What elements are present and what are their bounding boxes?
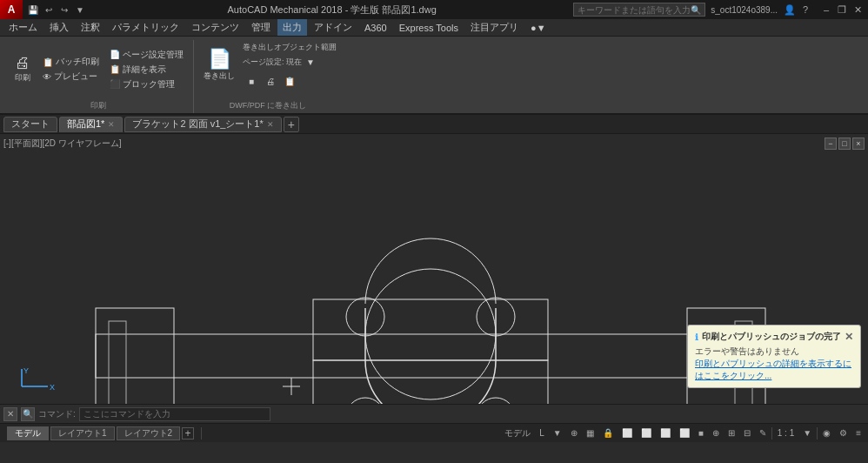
- document-tabs: スタート 部品図1* ✕ ブラケット2 図面 v1_シート1* ✕ +: [0, 115, 868, 134]
- restore-button[interactable]: ❐: [835, 3, 849, 17]
- status-dtrack[interactable]: ⬜: [676, 428, 693, 438]
- batch-print-button[interactable]: 📋 バッチ印刷: [38, 55, 103, 69]
- cmd-search-btn[interactable]: 🔍: [21, 407, 35, 421]
- app-title: AutoCAD Mechanical 2018 - 学生版 部品図1.dwg: [90, 3, 573, 17]
- page-setup-buttons: 📄 ページ設定管理 📋 詳細を表示 ⬛ ブロック管理: [105, 48, 188, 91]
- layout-tab-layout2[interactable]: レイアウト2: [117, 426, 181, 440]
- status-scale[interactable]: 1 : 1: [774, 428, 798, 438]
- block-icon: ⬛: [110, 79, 120, 89]
- print-group-label: 印刷: [9, 98, 188, 113]
- svg-text:X: X: [50, 383, 55, 392]
- title-bar-right: 🔍 s_oct1024o389... 👤 ? – ❐ ✕: [573, 3, 868, 17]
- status-crosshair[interactable]: ⊕: [567, 428, 581, 438]
- signin-icon[interactable]: 👤: [783, 3, 797, 17]
- preview-icon: 👁: [43, 72, 51, 82]
- doc-tab-buzuzu1[interactable]: 部品図1* ✕: [59, 117, 123, 132]
- menu-express-tools[interactable]: Express Tools: [394, 21, 464, 35]
- status-workspace[interactable]: ◉: [819, 428, 834, 438]
- pdf-icon: 📄: [208, 50, 231, 69]
- status-selection[interactable]: ⊞: [724, 428, 738, 438]
- export-action-buttons: ■ 🖨 📋: [243, 72, 337, 90]
- menu-manage[interactable]: 管理: [246, 19, 276, 36]
- cmd-close-btn[interactable]: ✕: [3, 407, 17, 421]
- qat-down[interactable]: ▼: [73, 3, 87, 17]
- print-button[interactable]: 🖨 印刷: [9, 47, 37, 92]
- menu-parametric[interactable]: パラメトリック: [107, 19, 184, 36]
- print-icon: 🖨: [15, 55, 30, 70]
- export-buttons: 📄 巻き出し 巻き出しオブジェクト範囲 ページ設定: 現在 ▼ ■ 🖨 📋: [199, 40, 337, 98]
- show-details-button[interactable]: 📋 詳細を表示: [105, 63, 188, 77]
- notification-link[interactable]: 印刷とパブリッシュの詳細を表示するにはここをクリック...: [695, 358, 853, 382]
- menu-extra[interactable]: ●▼: [525, 21, 551, 35]
- layout-tab-model[interactable]: モデル: [7, 426, 49, 440]
- svg-text:Y: Y: [23, 366, 29, 375]
- page-setup-current-label: ページ設定: 現在: [243, 57, 302, 68]
- print-buttons: 🖨 印刷 📋 バッチ印刷 👁 プレビュー 📄: [9, 40, 188, 98]
- export-small-btn3[interactable]: 📋: [281, 72, 298, 90]
- status-transparency[interactable]: ⊕: [709, 428, 723, 438]
- doc-tab-bracket2[interactable]: ブラケット2 図面 v1_シート1* ✕: [124, 117, 281, 132]
- quick-access-toolbar: 💾 ↩ ↪ ▼: [23, 0, 90, 19]
- dwf-group-label: DWF/PDF に巻き出し: [199, 98, 337, 113]
- page-setup-dropdown[interactable]: ▼: [304, 55, 317, 69]
- ribbon-group-print: 🖨 印刷 📋 バッチ印刷 👁 プレビュー 📄: [3, 40, 194, 113]
- command-input[interactable]: [79, 407, 270, 421]
- doc-tab-close-1[interactable]: ✕: [108, 120, 115, 129]
- pdf-export-button[interactable]: 📄 巻き出し: [199, 44, 239, 89]
- status-grid[interactable]: ▦: [583, 428, 598, 438]
- menu-output[interactable]: 出力: [277, 19, 307, 36]
- minimize-button[interactable]: –: [819, 3, 833, 17]
- preview-button[interactable]: 👁 プレビュー: [38, 70, 103, 84]
- status-annoscale[interactable]: ⊟: [740, 428, 754, 438]
- new-layout-button[interactable]: +: [182, 427, 194, 440]
- viewport-label: [-][平面図][2D ワイヤフレーム]: [3, 138, 122, 150]
- status-snap[interactable]: 🔒: [599, 428, 617, 438]
- help-icon[interactable]: ?: [798, 3, 812, 17]
- command-label: コマンド:: [38, 408, 76, 420]
- top-search-box[interactable]: 🔍: [573, 3, 705, 17]
- menu-a360[interactable]: A360: [359, 21, 392, 35]
- status-menu[interactable]: ≡: [852, 428, 865, 438]
- layout-tab-layout1[interactable]: レイアウト1: [50, 426, 115, 440]
- viewport-close[interactable]: ×: [852, 138, 865, 150]
- top-search-input[interactable]: [578, 5, 691, 15]
- page-setup-mgr-button[interactable]: 📄 ページ設定管理: [105, 48, 188, 62]
- export-small-btn1[interactable]: ■: [243, 72, 260, 90]
- status-scale-dropdown[interactable]: ▼: [799, 428, 815, 438]
- doc-tab-start[interactable]: スタート: [3, 117, 57, 132]
- status-isnap[interactable]: ⬜: [657, 428, 674, 438]
- qat-redo[interactable]: ↪: [57, 3, 71, 17]
- status-annotate[interactable]: ✎: [756, 428, 770, 438]
- ribbon-content: 🖨 印刷 📋 バッチ印刷 👁 プレビュー 📄: [0, 37, 868, 113]
- qat-undo[interactable]: ↩: [42, 3, 56, 17]
- status-ortho[interactable]: ⬜: [618, 428, 636, 438]
- user-name: s_oct1024o389...: [707, 5, 781, 15]
- menu-spotlight-apps[interactable]: 注目アプリ: [465, 19, 524, 36]
- status-settings[interactable]: ⚙: [836, 428, 851, 438]
- new-tab-button[interactable]: +: [284, 117, 299, 132]
- menu-content[interactable]: コンテンツ: [186, 19, 244, 36]
- viewport-minimize[interactable]: −: [825, 138, 837, 150]
- status-dropdown[interactable]: ▼: [550, 428, 565, 438]
- layout-tabs: モデル レイアウト1 レイアウト2 +: [3, 426, 197, 440]
- menu-annotation[interactable]: 注釈: [76, 19, 105, 36]
- close-button[interactable]: ✕: [851, 3, 865, 17]
- doc-tab-close-2[interactable]: ✕: [267, 120, 274, 129]
- notification-title: 印刷とパブリッシュのジョブの完了: [702, 331, 841, 343]
- status-lweight[interactable]: ■: [695, 428, 707, 438]
- ribbon-group-export: 📄 巻き出し 巻き出しオブジェクト範囲 ページ設定: 現在 ▼ ■ 🖨 📋: [194, 40, 342, 113]
- qat-save[interactable]: 💾: [26, 3, 40, 17]
- notification-close[interactable]: ✕: [845, 331, 853, 343]
- status-polar[interactable]: ⬜: [638, 428, 655, 438]
- export-small-btn2[interactable]: 🖨: [262, 72, 279, 90]
- status-l[interactable]: L: [536, 428, 548, 438]
- menu-home[interactable]: ホーム: [3, 19, 43, 36]
- block-mgr-button[interactable]: ⬛ ブロック管理: [105, 77, 188, 91]
- export-top-row: 📄 巻き出し 巻き出しオブジェクト範囲 ページ設定: 現在 ▼ ■ 🖨 📋: [199, 42, 337, 90]
- viewport-restore[interactable]: □: [838, 138, 851, 150]
- menu-addin[interactable]: アドイン: [309, 19, 357, 36]
- menu-insert[interactable]: 挿入: [44, 19, 74, 36]
- status-model[interactable]: モデル: [501, 427, 534, 440]
- menu-bar: ホーム 挿入 注釈 パラメトリック コンテンツ 管理 出力 アドイン A360 …: [0, 19, 868, 37]
- app-logo[interactable]: A: [0, 0, 23, 19]
